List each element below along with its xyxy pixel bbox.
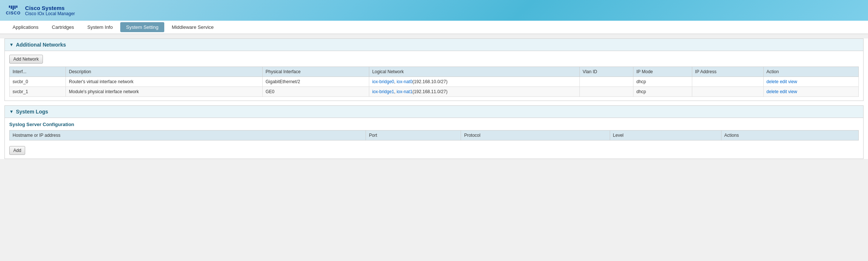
cisco-logo: CISCO <box>6 6 21 15</box>
network-description-0: Router's virtual interface network <box>66 77 262 87</box>
network-vlan-0 <box>579 77 633 87</box>
network-ipaddr-0 <box>692 77 763 87</box>
additional-networks-header: ▼ Additional Networks <box>5 39 863 51</box>
network-ipmode-0: dhcp <box>633 77 692 87</box>
col-physical-interface: Physical Interface <box>262 67 369 77</box>
tab-applications[interactable]: Applications <box>6 21 45 34</box>
cisco-bar-4 <box>14 6 16 9</box>
tab-cartridges[interactable]: Cartridges <box>45 21 81 34</box>
header-text: Cisco Systems Cisco IOx Local Manager <box>25 5 75 16</box>
collapse-arrow-logs-icon[interactable]: ▼ <box>9 109 14 114</box>
delete-link-0[interactable]: delete <box>767 79 779 84</box>
tab-middleware-service[interactable]: Middleware Service <box>165 21 220 34</box>
additional-networks-title: Additional Networks <box>16 42 66 48</box>
network-ipmode-1: dhcp <box>633 87 692 97</box>
syslog-table-header-row: Hostname or IP address Port Protocol Lev… <box>10 130 859 140</box>
syslog-table: Hostname or IP address Port Protocol Lev… <box>9 130 859 140</box>
edit-link-1[interactable]: edit <box>780 89 787 94</box>
network-row-1: svcbr_1 Module's physical interface netw… <box>10 87 859 97</box>
system-logs-title: System Logs <box>16 109 48 115</box>
cisco-bar-3 <box>13 6 14 10</box>
edit-link-0[interactable]: edit <box>780 79 787 84</box>
network-physical-1: GE0 <box>262 87 369 97</box>
syslog-col-port: Port <box>366 130 461 140</box>
network-logical-0: iox-bridge0, iox-nat0(192.168.10.0/27) <box>369 77 579 87</box>
system-logs-header: ▼ System Logs <box>5 106 863 118</box>
col-interface: Interf... <box>10 67 66 77</box>
network-row-0: svcbr_0 Router's virtual interface netwo… <box>10 77 859 87</box>
syslog-col-actions: Actions <box>721 130 858 140</box>
system-logs-body: Syslog Server Configuration Hostname or … <box>5 118 863 159</box>
nav-bar: Applications Cartridges System Info Syst… <box>0 21 868 34</box>
col-action: Action <box>763 67 858 77</box>
additional-networks-section: ▼ Additional Networks Add Network Interf… <box>4 38 864 101</box>
delete-link-1[interactable]: delete <box>767 89 779 94</box>
view-link-0[interactable]: view <box>788 79 797 84</box>
logical-link2-0[interactable]: iox-nat0 <box>397 79 413 84</box>
cisco-bar-1 <box>9 6 10 8</box>
networks-table: Interf... Description Physical Interface… <box>9 67 859 97</box>
col-ip-mode: IP Mode <box>633 67 692 77</box>
tab-system-info[interactable]: System Info <box>81 21 120 34</box>
network-actions-1: delete edit view <box>763 87 858 97</box>
header: CISCO Cisco Systems Cisco IOx Local Mana… <box>0 0 868 21</box>
network-actions-0: delete edit view <box>763 77 858 87</box>
cisco-bar-5 <box>16 6 17 8</box>
col-description: Description <box>66 67 262 77</box>
add-network-button[interactable]: Add Network <box>9 55 43 64</box>
networks-table-header-row: Interf... Description Physical Interface… <box>10 67 859 77</box>
add-syslog-button[interactable]: Add <box>9 146 25 155</box>
network-physical-0: GigabitEthernet/2 <box>262 77 369 87</box>
logical-link1-0[interactable]: iox-bridge0 <box>372 79 394 84</box>
network-interface-0: svcbr_0 <box>10 77 66 87</box>
syslog-col-hostname: Hostname or IP address <box>10 130 366 140</box>
syslog-col-protocol: Protocol <box>461 130 610 140</box>
col-logical-network: Logical Network <box>369 67 579 77</box>
main-content: ▼ Additional Networks Add Network Interf… <box>0 38 868 159</box>
collapse-arrow-icon[interactable]: ▼ <box>9 42 14 47</box>
network-description-1: Module's physical interface network <box>66 87 262 97</box>
network-logical-1: iox-bridge1, iox-nat1(192.168.11.0/27) <box>369 87 579 97</box>
header-app: Cisco IOx Local Manager <box>25 11 75 16</box>
col-ip-address: IP Address <box>692 67 763 77</box>
syslog-col-level: Level <box>610 130 721 140</box>
col-vlan-id: Vlan ID <box>579 67 633 77</box>
logical-link2-1[interactable]: iox-nat1 <box>397 89 413 94</box>
cisco-bar-2 <box>11 6 12 9</box>
additional-networks-body: Add Network Interf... Description Physic… <box>5 51 863 101</box>
logical-link1-1[interactable]: iox-bridge1 <box>372 89 394 94</box>
cisco-wordmark: CISCO <box>6 11 21 15</box>
network-interface-1: svcbr_1 <box>10 87 66 97</box>
cisco-bars-icon <box>9 6 17 10</box>
view-link-1[interactable]: view <box>788 89 797 94</box>
tab-system-setting[interactable]: System Setting <box>120 22 164 32</box>
network-ipaddr-1 <box>692 87 763 97</box>
syslog-subsection-title: Syslog Server Configuration <box>9 122 859 127</box>
system-logs-section: ▼ System Logs Syslog Server Configuratio… <box>4 105 864 159</box>
network-vlan-1 <box>579 87 633 97</box>
header-company: Cisco Systems <box>25 5 75 11</box>
